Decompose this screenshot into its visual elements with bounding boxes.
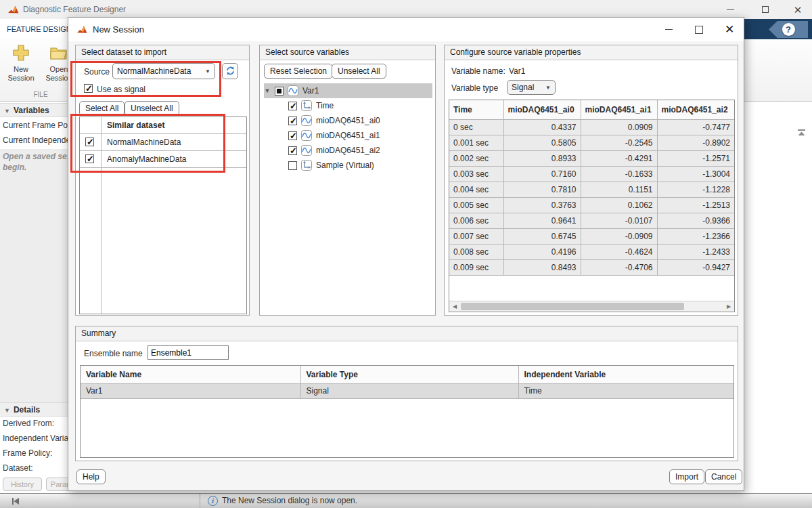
tree-item-time[interactable]: Time: [264, 98, 432, 113]
table-row[interactable]: 0.008 sec 0.4196 -0.4624 -1.2433: [449, 244, 734, 259]
table-row[interactable]: 0.004 sec 0.7810 0.1151 -1.1228: [449, 182, 734, 197]
dialog-close-button[interactable]: ✕: [717, 18, 742, 41]
refresh-button[interactable]: [222, 63, 238, 79]
matlab-logo-icon: [77, 24, 87, 35]
table-row[interactable]: 0.007 sec 0.6745 -0.0909 -1.2366: [449, 228, 734, 244]
help-button[interactable]: Help: [76, 469, 106, 484]
column-header: mioDAQ6451_ai0: [503, 100, 581, 119]
chevron-down-icon: ▼: [205, 68, 210, 75]
refresh-icon: [225, 66, 235, 76]
import-button[interactable]: Import: [669, 469, 704, 484]
collapse-ribbon-icon[interactable]: [797, 129, 806, 136]
matlab-logo-icon: [8, 4, 19, 15]
dataset-label: AnomalyMachineData: [107, 154, 186, 164]
tree-item-ai1[interactable]: mioDAQ6451_ai1: [264, 128, 432, 143]
signal-icon: [301, 145, 312, 156]
note-line-2: begin.: [3, 163, 26, 172]
axes-icon: [301, 160, 312, 171]
table-row[interactable]: 0.009 sec 0.8493 -0.4706 -0.9427: [449, 259, 734, 275]
scroll-left-icon[interactable]: ◀: [449, 301, 460, 312]
table-header-row: Time mioDAQ6451_ai0 mioDAQ6451_ai1 mioDA…: [449, 100, 734, 119]
variables-section-header[interactable]: ▼Variables: [0, 103, 68, 117]
tree-item-ai2[interactable]: mioDAQ6451_ai2: [264, 143, 432, 158]
table-row[interactable]: 0 sec 0.4337 0.0909 -0.7477: [449, 119, 734, 135]
dataset-checkbox[interactable]: [85, 154, 94, 163]
variables-item-independent: Current Independe: [3, 135, 68, 145]
note-line-1: Open a saved ses: [3, 152, 71, 161]
info-icon: i: [208, 496, 218, 506]
dataset-label: NormalMachineData: [107, 137, 181, 147]
table-row[interactable]: 0.006 sec 0.9641 -0.0107 -0.9366: [449, 213, 734, 228]
tree-checkbox[interactable]: [288, 102, 297, 110]
table-row[interactable]: 0.005 sec 0.3763 0.1062 -1.2513: [449, 197, 734, 213]
details-section-header[interactable]: ▼Details: [0, 402, 68, 417]
summary-panel-title: Summary: [76, 326, 738, 341]
table-row[interactable]: 0.003 sec 0.7160 -0.1633 -1.3004: [449, 166, 734, 182]
ensemble-name-input[interactable]: [148, 345, 229, 360]
table-row[interactable]: AnomalyMachineData: [80, 151, 246, 168]
window-close-button[interactable]: ✕: [784, 0, 812, 19]
window-maximize-button[interactable]: [751, 0, 780, 19]
signal-icon: [288, 85, 298, 96]
window-title: Diagnostic Feature Designer: [23, 0, 126, 19]
new-session-dialog: New Session ✕ Select dataset to import S…: [68, 17, 744, 491]
source-dropdown[interactable]: NormalMachineData ▼: [112, 63, 215, 79]
select-all-button[interactable]: Select All: [79, 101, 125, 116]
reset-selection-button[interactable]: Reset Selection: [264, 64, 333, 79]
tree-label: mioDAQ6451_ai0: [316, 116, 380, 125]
tree-item-var1[interactable]: ▼ Var1: [264, 83, 432, 98]
plus-icon: [12, 43, 30, 62]
summary-panel: Summary Ensemble name Variable Name Vari…: [75, 326, 738, 461]
table-header-row: Variable Name Variable Type Independent …: [81, 366, 734, 383]
column-header: mioDAQ6451_ai2: [657, 100, 734, 119]
table-row[interactable]: 0.001 sec 0.5805 -0.2545 -0.8902: [449, 135, 734, 150]
unselect-all-button[interactable]: Unselect All: [332, 64, 386, 79]
table-row[interactable]: NormalMachineData: [80, 134, 246, 151]
tree-checkbox[interactable]: [275, 87, 284, 96]
collapse-panel-icon[interactable]: [11, 496, 20, 506]
axes-icon: [301, 100, 312, 111]
use-as-signal-checkbox[interactable]: [84, 84, 93, 93]
ensemble-name-label: Ensemble name: [84, 349, 143, 358]
column-header: Variable Name: [81, 366, 300, 383]
signal-icon: [301, 115, 312, 126]
new-session-button[interactable]: New Session: [3, 42, 39, 92]
properties-panel-title: Configure source variable properties: [445, 45, 738, 60]
tree-item-sample-virtual[interactable]: Sample (Virtual): [264, 158, 432, 173]
window-titlebar: Diagnostic Feature Designer ✕: [0, 0, 812, 19]
cancel-button[interactable]: Cancel: [705, 469, 742, 484]
tree-checkbox[interactable]: [288, 117, 297, 125]
variable-name-label: Variable name:: [451, 66, 505, 76]
source-variables-panel: Select source variables Reset Selection …: [259, 45, 436, 316]
scrollbar-thumb[interactable]: [461, 303, 684, 310]
tree-item-ai0[interactable]: mioDAQ6451_ai0: [264, 113, 432, 128]
horizontal-scrollbar[interactable]: ◀ ▶: [449, 301, 734, 312]
tree-checkbox[interactable]: [288, 161, 297, 170]
dataset-checkbox[interactable]: [85, 137, 94, 146]
dataset-panel-title: Select dataset to import: [76, 45, 249, 60]
status-message: The New Session dialog is now open.: [222, 494, 357, 508]
similar-dataset-header: Similar dataset: [107, 121, 164, 130]
unselect-all-button[interactable]: Unselect All: [125, 101, 179, 116]
history-button[interactable]: History: [3, 478, 42, 491]
tree-checkbox[interactable]: [288, 131, 297, 140]
dialog-minimize-button[interactable]: [656, 18, 681, 41]
source-label: Source: [84, 67, 110, 77]
folder-icon: [49, 43, 69, 62]
scroll-right-icon[interactable]: ▶: [723, 301, 734, 312]
window-minimize-button[interactable]: [716, 0, 744, 19]
details-item-dataset: Dataset:: [3, 463, 68, 473]
summary-table: Variable Name Variable Type Independent …: [80, 365, 734, 458]
dialog-titlebar: New Session ✕: [68, 18, 744, 41]
dialog-maximize-button[interactable]: [687, 18, 711, 41]
tree-label: Sample (Virtual): [316, 161, 374, 170]
signal-icon: [301, 130, 312, 141]
chevron-down-icon[interactable]: ▼: [264, 87, 271, 94]
tab-feature-designer[interactable]: FEATURE DESIGNER: [0, 19, 73, 39]
table-row[interactable]: Var1 Signal Time: [81, 383, 734, 398]
variable-type-dropdown[interactable]: Signal ▼: [507, 80, 556, 95]
tree-checkbox[interactable]: [288, 146, 297, 155]
tree-label: Time: [316, 101, 334, 110]
table-row[interactable]: 0.002 sec 0.8933 -0.4291 -1.2571: [449, 150, 734, 166]
column-header: Independent Variable: [518, 366, 734, 383]
